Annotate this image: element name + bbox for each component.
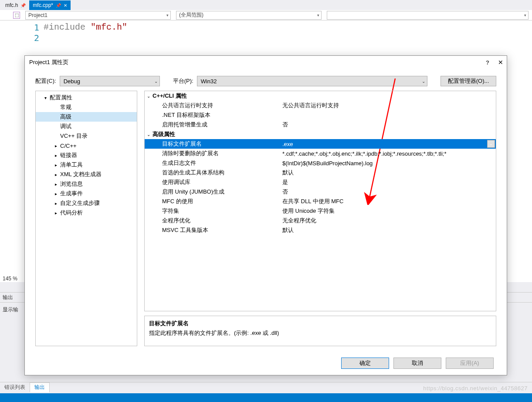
tree-item[interactable]: 代码分析: [36, 208, 137, 218]
collapse-icon[interactable]: ⌄: [145, 132, 152, 137]
scope-dropdown-extra[interactable]: ▾: [327, 11, 529, 20]
config-combo[interactable]: Debug ⌄: [60, 76, 160, 86]
cancel-button[interactable]: 取消: [393, 358, 441, 369]
tree-item[interactable]: XML 文档生成器: [36, 170, 137, 179]
help-button[interactable]: ?: [486, 59, 489, 66]
tree-item-label: VC++ 目录: [60, 132, 88, 140]
property-value: 否: [281, 121, 496, 129]
config-manager-label: 配置管理器(O)...: [448, 77, 489, 85]
tree-item-label: 常规: [60, 103, 71, 111]
tree-item-label: 浏览信息: [60, 180, 83, 188]
scope-right-label: (全局范围): [179, 11, 203, 19]
tab-label: mfc.cpp*: [33, 2, 53, 8]
tree-item[interactable]: C/C++: [36, 141, 137, 150]
property-group-header[interactable]: ⌄C++/CLI 属性: [145, 91, 496, 101]
property-row[interactable]: 字符集使用 Unicode 字符集: [145, 206, 496, 216]
code-keyword: #include: [44, 22, 91, 32]
output-title: 输出: [3, 294, 13, 301]
property-pages-dialog: Project1 属性页 ? ✕ 配置(C): Debug ⌄ 平台(P): W…: [24, 55, 507, 375]
property-value: *.cdf;*.cache;*.obj;*.obj.enc;*.ilk;*.ip…: [281, 150, 496, 157]
bottom-tab-bar: 错误列表 输出: [0, 382, 532, 392]
description-title: 目标文件扩展名: [149, 320, 491, 327]
scope-dropdown-right[interactable]: (全局范围) ▾: [176, 11, 322, 20]
property-group-header[interactable]: ⌄高级属性: [145, 129, 496, 139]
property-row[interactable]: 公共语言运行时支持无公共语言运行时支持: [145, 101, 496, 110]
tree-item[interactable]: 清单工具: [36, 160, 137, 170]
property-row[interactable]: 使用调试库是: [145, 177, 496, 187]
property-name: 全程序优化: [152, 217, 281, 225]
property-row[interactable]: 全程序优化无全程序优化: [145, 216, 496, 225]
chevron-down-icon: ⌄: [422, 79, 425, 84]
property-name: 字符集: [152, 207, 281, 215]
property-row[interactable]: 清除时要删除的扩展名*.cdf;*.cache;*.obj;*.obj.enc;…: [145, 149, 496, 158]
collapse-icon[interactable]: ⌄: [145, 94, 152, 99]
scope-left-label: Project1: [28, 12, 47, 18]
zoom-level[interactable]: 145 %: [0, 275, 20, 283]
tree-item[interactable]: 链接器: [36, 150, 137, 160]
scope-dropdown-left[interactable]: Project1 ▾: [25, 11, 171, 20]
project-icon: ⬚: [13, 12, 20, 19]
tree-item[interactable]: 生成事件: [36, 189, 137, 198]
tree-item-label: 高级: [60, 113, 71, 121]
category-tree[interactable]: 配置属性常规高级调试VC++ 目录C/C++链接器清单工具XML 文档生成器浏览…: [35, 91, 137, 346]
tree-item[interactable]: 配置属性: [36, 93, 137, 102]
property-value: 在共享 DLL 中使用 MFC: [281, 198, 496, 205]
property-name: 启用 Unity (JUMBO)生成: [152, 188, 281, 196]
tab-mfc-h[interactable]: mfc.h 📌: [2, 0, 29, 10]
property-row[interactable]: 首选的生成工具体系结构默认: [145, 168, 496, 177]
ok-button[interactable]: 确定: [341, 358, 389, 369]
status-bar: [0, 393, 532, 402]
bottom-tab-output[interactable]: 输出: [30, 382, 50, 392]
pin-icon: 📌: [20, 3, 26, 8]
property-grid-pane: ⌄C++/CLI 属性公共语言运行时支持无公共语言运行时支持.NET 目标框架版…: [144, 91, 496, 346]
pin-icon: 📌: [56, 3, 61, 8]
tree-item-label: XML 文档生成器: [60, 170, 102, 178]
property-row[interactable]: MSVC 工具集版本默认: [145, 225, 496, 235]
apply-button[interactable]: 应用(A): [446, 358, 494, 369]
cancel-label: 取消: [412, 359, 423, 367]
tree-item[interactable]: 浏览信息: [36, 179, 137, 189]
property-row[interactable]: 生成日志文件$(IntDir)$(MSBuildProjectName).log: [145, 158, 496, 168]
property-value: 使用 Unicode 字符集: [281, 207, 496, 215]
property-row[interactable]: 启用 Unity (JUMBO)生成否: [145, 187, 496, 197]
editor-tab-bar: mfc.h 📌 mfc.cpp* 📌 ✕: [0, 0, 532, 10]
platform-combo[interactable]: Win32 ⌄: [197, 76, 427, 86]
property-row[interactable]: 目标文件扩展名.exe⌄: [145, 139, 496, 149]
close-icon[interactable]: ✕: [64, 3, 67, 8]
dialog-title-bar: Project1 属性页 ? ✕: [25, 56, 507, 69]
dialog-button-row: 确定 取消 应用(A): [25, 351, 507, 375]
property-value: 是: [281, 178, 496, 186]
tree-item-label: 代码分析: [60, 209, 83, 217]
tree-item[interactable]: 常规: [36, 102, 137, 112]
bottom-tab-error-list[interactable]: 错误列表: [0, 383, 30, 392]
group-title: C++/CLI 属性: [152, 92, 283, 100]
chevron-down-icon: ▾: [524, 13, 526, 17]
property-name: MFC 的使用: [152, 198, 281, 205]
dropdown-button[interactable]: ⌄: [487, 140, 495, 148]
property-grid[interactable]: ⌄C++/CLI 属性公共语言运行时支持无公共语言运行时支持.NET 目标框架版…: [144, 91, 496, 311]
tree-item[interactable]: 自定义生成步骤: [36, 198, 137, 208]
property-value: 默认: [281, 169, 496, 177]
property-name: 目标文件扩展名: [152, 140, 281, 148]
property-row[interactable]: .NET 目标框架版本: [145, 110, 496, 120]
tree-item[interactable]: 调试: [36, 122, 137, 131]
tab-mfc-cpp[interactable]: mfc.cpp* 📌 ✕: [29, 0, 71, 10]
line-number: 2: [0, 33, 39, 43]
chevron-down-icon: ▾: [166, 13, 169, 17]
tree-item[interactable]: VC++ 目录: [36, 131, 137, 141]
config-manager-button[interactable]: 配置管理器(O)...: [441, 76, 496, 86]
tree-item-label: 调试: [60, 123, 71, 130]
tree-item-label: 清单工具: [60, 161, 83, 169]
ok-label: 确定: [359, 359, 371, 367]
tree-item[interactable]: 高级: [36, 112, 137, 122]
platform-value: Win32: [201, 78, 217, 85]
config-value: Debug: [64, 78, 80, 85]
property-name: 清除时要删除的扩展名: [152, 150, 281, 157]
tree-item-label: C/C++: [60, 143, 77, 149]
property-name: 生成日志文件: [152, 159, 281, 167]
close-icon[interactable]: ✕: [498, 59, 503, 66]
property-row[interactable]: MFC 的使用在共享 DLL 中使用 MFC: [145, 197, 496, 206]
platform-label: 平台(P):: [173, 77, 193, 85]
property-row[interactable]: 启用托管增量生成否: [145, 120, 496, 129]
line-number: 1: [0, 22, 39, 33]
